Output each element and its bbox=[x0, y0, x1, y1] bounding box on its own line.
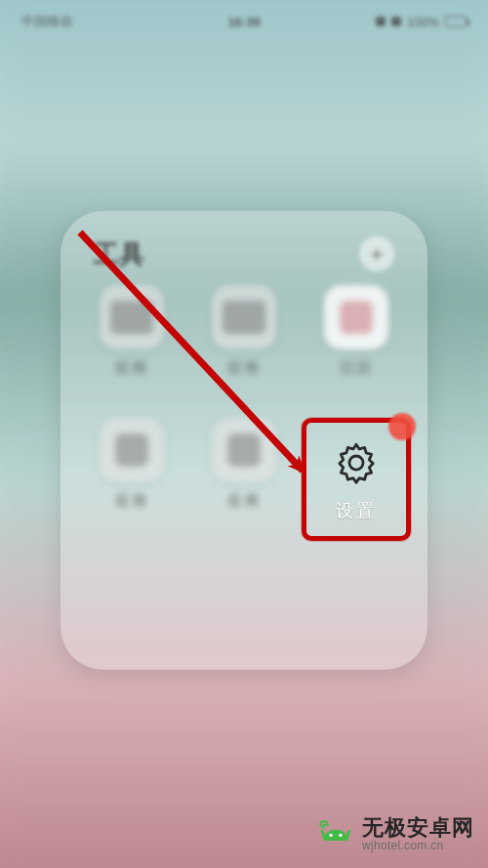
watermark-url: wjhotel.com.cn bbox=[362, 840, 474, 852]
status-bar: 中国移动 16:39 100% bbox=[0, 8, 488, 35]
notification-badge bbox=[388, 413, 416, 440]
svg-point-3 bbox=[339, 834, 342, 837]
app-icon bbox=[212, 418, 276, 482]
battery-icon bbox=[445, 16, 467, 27]
signal-icon bbox=[376, 17, 386, 26]
status-time: 16:39 bbox=[227, 15, 260, 29]
app-icon bbox=[100, 285, 164, 350]
watermark-title: 无极安卓网 bbox=[362, 816, 474, 840]
plus-icon: ＋ bbox=[366, 243, 387, 265]
app-item-calendar[interactable]: 日历 bbox=[303, 285, 410, 378]
app-icon bbox=[100, 418, 164, 482]
watermark-logo-icon bbox=[319, 817, 352, 850]
settings-label: 设置 bbox=[336, 499, 377, 522]
folder-add-button[interactable]: ＋ bbox=[359, 236, 394, 271]
app-item[interactable]: 应用 bbox=[190, 418, 298, 511]
app-label: 应用 bbox=[227, 492, 261, 511]
app-label: 日历 bbox=[340, 359, 373, 378]
phone-screenshot: 中国移动 16:39 100% 工具 ＋ 应用 应用 bbox=[0, 0, 488, 868]
app-item[interactable]: 应用 bbox=[78, 285, 185, 378]
app-icon bbox=[212, 285, 276, 350]
app-folder[interactable]: 工具 ＋ 应用 应用 日历 应用 bbox=[61, 211, 427, 670]
app-item[interactable]: 应用 bbox=[78, 418, 185, 511]
battery-label: 100% bbox=[407, 15, 439, 29]
app-label: 应用 bbox=[227, 359, 261, 378]
app-item-settings-highlighted[interactable]: 设置 bbox=[302, 418, 411, 541]
app-label: 应用 bbox=[115, 492, 148, 511]
folder-title: 工具 bbox=[94, 237, 144, 271]
watermark: 无极安卓网 wjhotel.com.cn bbox=[319, 816, 474, 852]
app-label: 应用 bbox=[115, 359, 148, 378]
svg-point-2 bbox=[329, 834, 332, 837]
app-item[interactable]: 应用 bbox=[190, 285, 298, 378]
carrier-label: 中国移动 bbox=[21, 13, 72, 30]
folder-grid: 应用 应用 日历 应用 应用 bbox=[76, 285, 412, 545]
gear-icon bbox=[332, 438, 381, 487]
svg-point-0 bbox=[349, 456, 363, 470]
calendar-icon bbox=[324, 285, 388, 350]
wifi-icon bbox=[391, 17, 401, 26]
